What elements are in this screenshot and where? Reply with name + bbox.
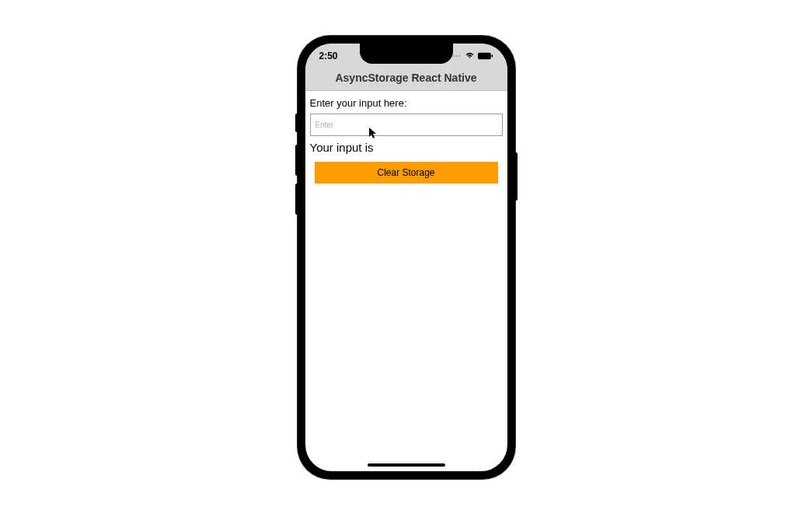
- svg-rect-0: [478, 52, 491, 58]
- status-indicators: ••••: [449, 51, 493, 60]
- power-button: [515, 152, 518, 201]
- battery-icon: [478, 52, 493, 60]
- status-time: 2:50: [319, 49, 338, 61]
- wifi-icon: [465, 52, 475, 59]
- app-header: AsyncStorage React Native: [305, 67, 507, 91]
- volume-up-button: [295, 145, 298, 176]
- phone-screen: 2:50 •••• AsyncStorage React Native Ente…: [305, 44, 507, 471]
- app-title: AsyncStorage React Native: [305, 72, 507, 84]
- input-label: Enter your input here:: [310, 97, 503, 109]
- side-button: [295, 114, 298, 132]
- phone-device-frame: 2:50 •••• AsyncStorage React Native Ente…: [298, 36, 515, 479]
- notch: [360, 44, 453, 64]
- text-input[interactable]: [310, 114, 503, 136]
- result-text: Your input is: [310, 141, 503, 154]
- svg-rect-1: [491, 54, 493, 57]
- clear-storage-button[interactable]: Clear Storage: [315, 162, 498, 184]
- home-indicator[interactable]: [368, 463, 445, 467]
- main-content: Enter your input here: Your input is Cle…: [305, 91, 507, 190]
- volume-down-button: [295, 184, 298, 215]
